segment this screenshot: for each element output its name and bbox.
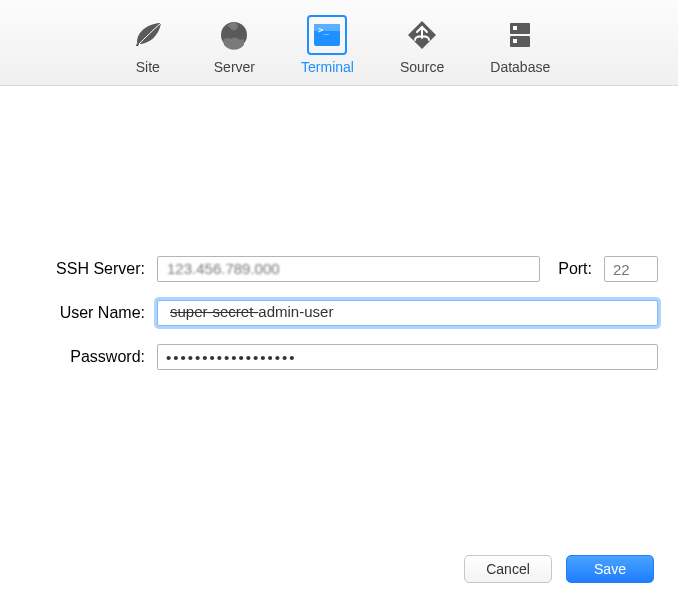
source-icon — [402, 15, 442, 55]
username-input[interactable] — [157, 300, 658, 326]
password-label: Password: — [20, 348, 145, 366]
ssh-server-row: SSH Server: 123.456.789.000 Port: — [20, 256, 658, 282]
password-row: Password: — [20, 344, 658, 370]
tab-label: Source — [400, 59, 444, 75]
terminal-icon: >_ — [307, 15, 347, 55]
tab-label: Database — [490, 59, 550, 75]
dialog-buttons: Cancel Save — [464, 555, 654, 583]
tab-source[interactable]: Source — [400, 15, 444, 75]
password-input[interactable] — [157, 344, 658, 370]
tab-site[interactable]: Site — [128, 15, 168, 75]
toolbar: Site Server >_ Terminal — [0, 0, 678, 86]
port-input[interactable] — [604, 256, 658, 282]
tab-terminal[interactable]: >_ Terminal — [301, 15, 354, 75]
port-label: Port: — [552, 260, 592, 278]
terminal-settings-form: SSH Server: 123.456.789.000 Port: User N… — [0, 86, 678, 370]
save-button[interactable]: Save — [566, 555, 654, 583]
tab-label: Server — [214, 59, 255, 75]
ssh-server-input[interactable] — [157, 256, 540, 282]
tab-database[interactable]: Database — [490, 15, 550, 75]
svg-rect-6 — [513, 26, 517, 30]
tab-label: Site — [136, 59, 160, 75]
username-label: User Name: — [20, 304, 145, 322]
svg-rect-7 — [513, 39, 517, 43]
tab-server[interactable]: Server — [214, 15, 255, 75]
leaf-icon — [128, 15, 168, 55]
database-icon — [500, 15, 540, 55]
globe-icon — [214, 15, 254, 55]
tab-label: Terminal — [301, 59, 354, 75]
ssh-server-label: SSH Server: — [20, 260, 145, 278]
svg-text:>_: >_ — [318, 25, 329, 35]
cancel-button[interactable]: Cancel — [464, 555, 552, 583]
username-row: User Name: super-secret-admin-user — [20, 300, 658, 326]
